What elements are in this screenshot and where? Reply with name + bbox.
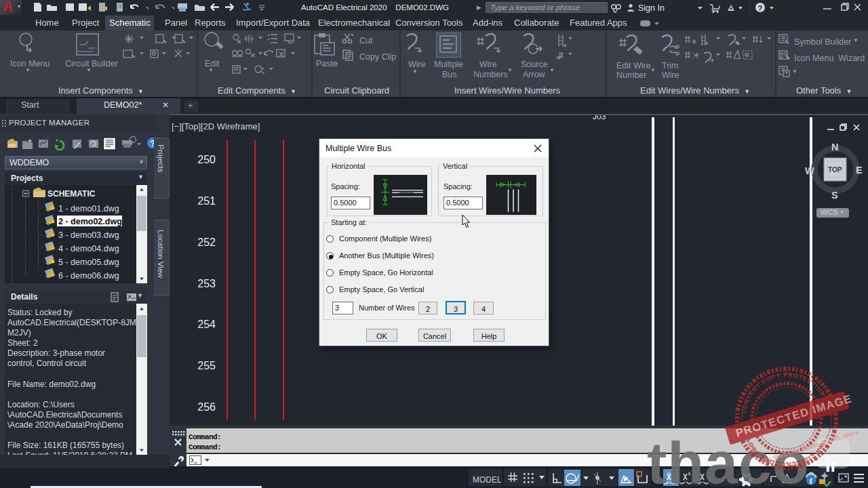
svg-text:E: E [856,165,863,176]
svg-text:1 - demo01.dwg: 1 - demo01.dwg [58,204,119,214]
svg-text:SCHEMATIC: SCHEMATIC [47,189,96,199]
svg-text:W: W [805,165,814,176]
svg-text:5 - demo05.dwg: 5 - demo05.dwg [58,258,119,267]
svg-text:?: ? [758,4,763,12]
svg-text:6 - demo06.dwg: 6 - demo06.dwg [58,271,119,281]
svg-text:2 - demo02.dwg: 2 - demo02.dwg [58,217,122,226]
svg-text:3 - demo03.dwg: 3 - demo03.dwg [58,230,119,240]
svg-text:Sign In: Sign In [638,3,665,13]
svg-text:S: S [831,190,838,201]
svg-text:N: N [831,142,838,152]
svg-text:TOP: TOP [828,166,842,174]
svg-text:4 - demo04.dwg: 4 - demo04.dwg [58,244,119,253]
